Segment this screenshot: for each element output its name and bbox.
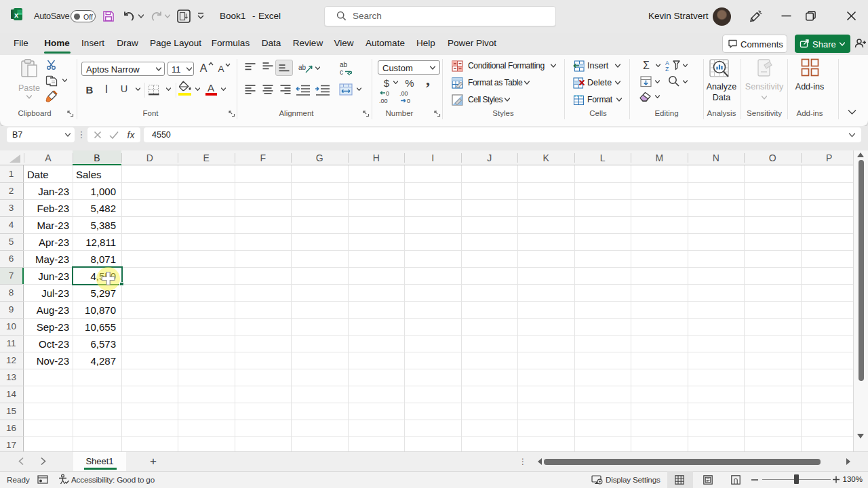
svg-text:ab: ab — [298, 64, 307, 71]
svg-text:0: 0 — [386, 90, 389, 97]
svg-text:x: x — [14, 11, 19, 19]
svg-text:c: c — [340, 68, 343, 76]
svg-text:.00: .00 — [399, 90, 408, 97]
svg-text:.00: .00 — [379, 98, 388, 104]
svg-text:ab: ab — [340, 61, 348, 68]
svg-text:Z: Z — [665, 66, 669, 72]
svg-text:0: 0 — [407, 98, 410, 104]
